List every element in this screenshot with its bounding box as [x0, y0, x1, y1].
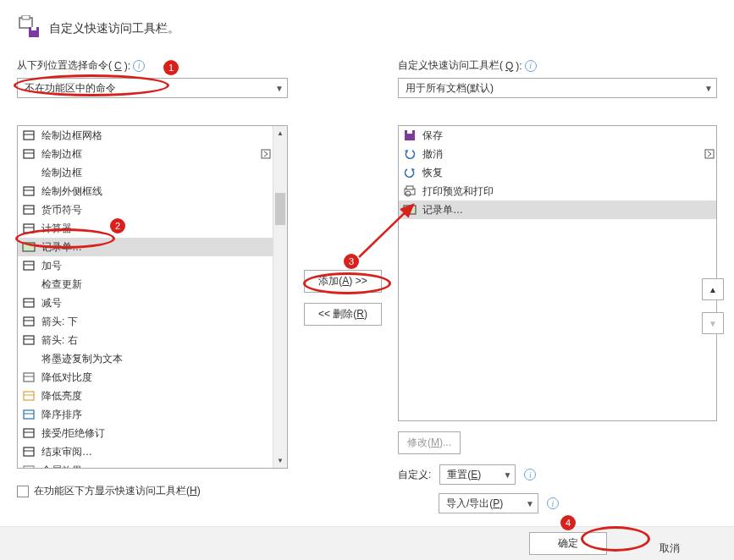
list-item[interactable]: 将墨迹复制为文本	[18, 349, 273, 368]
command-label: 货币符号	[41, 203, 273, 217]
command-label: 结束审阅…	[41, 445, 273, 459]
command-icon	[22, 166, 36, 179]
move-down-button[interactable]: ▼	[702, 312, 724, 334]
list-item[interactable]: 降低亮度	[18, 387, 273, 405]
command-icon	[403, 184, 417, 198]
command-icon	[403, 147, 417, 161]
command-label: 保存	[422, 129, 716, 143]
svg-rect-15	[23, 243, 35, 251]
list-item[interactable]: 恢复	[399, 163, 716, 182]
command-label: 计算器	[41, 222, 273, 236]
list-item[interactable]: 金属效果	[18, 461, 273, 469]
command-icon	[22, 259, 36, 272]
command-label: 打印预览和打印	[422, 184, 716, 199]
list-item[interactable]: 绘制边框	[18, 145, 273, 163]
command-label: 将墨迹复制为文本	[41, 352, 273, 366]
show-below-ribbon-checkbox[interactable]	[17, 486, 29, 497]
command-icon	[22, 445, 36, 458]
list-item[interactable]: 绘制外侧框线	[18, 182, 273, 200]
command-icon	[22, 426, 36, 440]
command-icon	[22, 240, 36, 254]
command-icon	[22, 277, 36, 291]
list-item[interactable]: 接受/拒绝修订	[18, 424, 273, 442]
svg-rect-1	[22, 15, 30, 19]
remove-button[interactable]: << 删除(R)	[304, 303, 382, 326]
svg-rect-13	[24, 224, 34, 233]
choose-commands-select-value: 不在功能区中的命令	[25, 81, 116, 96]
reset-select[interactable]: 重置(E) ▼	[439, 464, 516, 485]
list-item[interactable]: 检查更新	[18, 275, 273, 294]
command-label: 记录单…	[422, 203, 716, 217]
list-item[interactable]: 加号	[18, 256, 273, 275]
page-title: 自定义快速访问工具栏。	[49, 21, 179, 36]
list-item[interactable]: 绘制边框	[18, 163, 273, 182]
list-item[interactable]: 撤消	[399, 145, 716, 163]
svg-point-41	[406, 191, 411, 196]
command-icon	[22, 408, 36, 421]
svg-rect-38	[705, 150, 714, 158]
scroll-up-icon[interactable]: ▲	[273, 126, 287, 140]
move-up-button[interactable]: ▲	[702, 278, 724, 300]
command-label: 绘制边框网格	[41, 129, 273, 143]
qat-list[interactable]: 保存 撤消 恢复 打印预览和打印 记录单…	[398, 125, 717, 421]
list-item[interactable]: 箭头: 下	[18, 312, 273, 331]
info-icon: i	[525, 60, 537, 72]
svg-rect-40	[406, 186, 413, 189]
list-item[interactable]: 绘制边框网格	[18, 126, 273, 145]
list-item[interactable]: 打印预览和打印	[399, 182, 716, 200]
printer-save-icon	[17, 15, 41, 41]
customize-qat-select[interactable]: 用于所有文档(默认) ▼	[398, 78, 717, 98]
list-item[interactable]: 减号	[18, 294, 273, 312]
command-label: 降序排序	[41, 408, 273, 422]
command-icon	[22, 296, 36, 310]
command-label: 绘制边框	[41, 166, 273, 180]
header: 自定义快速访问工具栏。	[17, 15, 717, 41]
cancel-button[interactable]: 取消	[631, 538, 709, 559]
command-label: 撤消	[422, 147, 697, 162]
show-below-ribbon-label: 在功能区下方显示快速访问工具栏(H)	[34, 484, 201, 498]
svg-rect-16	[24, 261, 34, 270]
list-item[interactable]: 保存	[399, 126, 716, 145]
svg-rect-3	[31, 27, 36, 30]
commands-list[interactable]: 绘制边框网格 绘制边框 绘制边框 绘制外侧框线 货币符号 计算器 记录单… 加号	[17, 125, 288, 469]
command-label: 检查更新	[41, 277, 273, 292]
command-icon	[22, 129, 36, 142]
command-icon	[22, 222, 36, 235]
customizations-label: 自定义:	[398, 468, 431, 482]
choose-commands-select[interactable]: 不在功能区中的命令 ▼	[17, 78, 288, 98]
list-item[interactable]: 计算器	[18, 219, 273, 238]
svg-rect-28	[24, 410, 34, 419]
list-item[interactable]: 记录单…	[399, 200, 716, 219]
import-export-select[interactable]: 导入/导出(P) ▼	[439, 493, 538, 513]
command-icon	[22, 184, 36, 198]
ok-button[interactable]: 确定	[529, 532, 607, 555]
scroll-down-icon[interactable]: ▼	[273, 453, 287, 468]
choose-commands-label: 从下列位置选择命令(C): i	[17, 58, 288, 73]
svg-rect-32	[24, 447, 34, 456]
info-icon: i	[524, 469, 536, 480]
command-label: 记录单…	[41, 240, 273, 255]
svg-rect-4	[24, 131, 34, 140]
modify-button[interactable]: 修改(M)...	[398, 431, 461, 454]
chevron-down-icon: ▼	[503, 470, 511, 480]
command-label: 降低亮度	[41, 389, 273, 404]
list-item[interactable]: 箭头: 右	[18, 331, 273, 349]
scroll-thumb[interactable]	[275, 193, 285, 225]
command-icon	[403, 129, 417, 142]
command-icon	[22, 333, 36, 347]
add-button[interactable]: 添加(A) >>	[304, 270, 382, 293]
command-label: 绘制外侧框线	[41, 184, 273, 199]
svg-rect-26	[24, 392, 34, 400]
info-icon: i	[547, 497, 559, 509]
scrollbar[interactable]: ▲ ▼	[273, 126, 287, 468]
command-label: 箭头: 右	[41, 333, 273, 348]
list-item[interactable]: 降序排序	[18, 405, 273, 424]
command-label: 金属效果	[41, 464, 273, 469]
list-item[interactable]: 结束审阅…	[18, 442, 273, 461]
command-label: 减号	[41, 296, 273, 310]
list-item[interactable]: 记录单…	[18, 238, 273, 256]
list-item[interactable]: 降低对比度	[18, 368, 273, 387]
command-label: 降低对比度	[41, 371, 273, 385]
svg-rect-11	[24, 206, 34, 214]
list-item[interactable]: 货币符号	[18, 200, 273, 219]
